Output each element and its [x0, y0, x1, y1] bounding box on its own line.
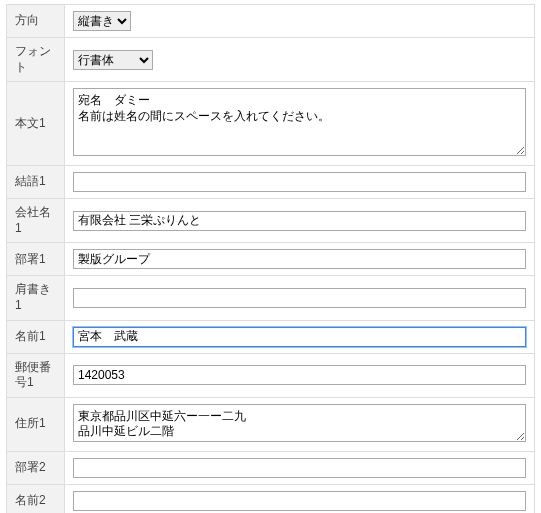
cell-title1 — [65, 276, 535, 320]
row-postal1: 郵便番号1 — [7, 353, 535, 397]
row-title1: 肩書き1 — [7, 276, 535, 320]
input-closing1[interactable] — [73, 172, 526, 192]
label-dept1: 部署1 — [7, 243, 65, 276]
label-body1: 本文1 — [7, 82, 65, 166]
label-direction: 方向 — [7, 5, 65, 38]
input-dept1[interactable] — [73, 249, 526, 269]
cell-name1 — [65, 320, 535, 353]
select-font[interactable]: 行書体 — [73, 50, 153, 70]
label-font: フォント — [7, 38, 65, 82]
cell-company1 — [65, 199, 535, 243]
cell-postal1 — [65, 353, 535, 397]
input-name1[interactable] — [73, 327, 526, 347]
row-body1: 本文1 — [7, 82, 535, 166]
label-postal1: 郵便番号1 — [7, 353, 65, 397]
input-dept2[interactable] — [73, 458, 526, 478]
label-name2: 名前2 — [7, 484, 65, 513]
label-dept2: 部署2 — [7, 451, 65, 484]
label-closing1: 結語1 — [7, 166, 65, 199]
label-address1: 住所1 — [7, 397, 65, 451]
cell-dept1 — [65, 243, 535, 276]
row-company1: 会社名1 — [7, 199, 535, 243]
form-container: 方向 縦書き フォント 行書体 本文1 結語1 — [0, 0, 541, 513]
cell-font: 行書体 — [65, 38, 535, 82]
cell-body1 — [65, 82, 535, 166]
input-title1[interactable] — [73, 288, 526, 308]
label-company1: 会社名1 — [7, 199, 65, 243]
textarea-address1[interactable] — [73, 404, 526, 442]
select-direction[interactable]: 縦書き — [73, 11, 131, 31]
label-name1: 名前1 — [7, 320, 65, 353]
input-postal1[interactable] — [73, 365, 526, 385]
cell-name2 — [65, 484, 535, 513]
row-closing1: 結語1 — [7, 166, 535, 199]
cell-closing1 — [65, 166, 535, 199]
row-name1: 名前1 — [7, 320, 535, 353]
row-dept2: 部署2 — [7, 451, 535, 484]
textarea-body1[interactable] — [73, 88, 526, 156]
input-name2[interactable] — [73, 491, 526, 511]
input-company1[interactable] — [73, 211, 526, 231]
row-address1: 住所1 — [7, 397, 535, 451]
row-dept1: 部署1 — [7, 243, 535, 276]
row-name2: 名前2 — [7, 484, 535, 513]
row-direction: 方向 縦書き — [7, 5, 535, 38]
cell-address1 — [65, 397, 535, 451]
cell-dept2 — [65, 451, 535, 484]
form-table: 方向 縦書き フォント 行書体 本文1 結語1 — [6, 4, 535, 513]
cell-direction: 縦書き — [65, 5, 535, 38]
row-font: フォント 行書体 — [7, 38, 535, 82]
label-title1: 肩書き1 — [7, 276, 65, 320]
